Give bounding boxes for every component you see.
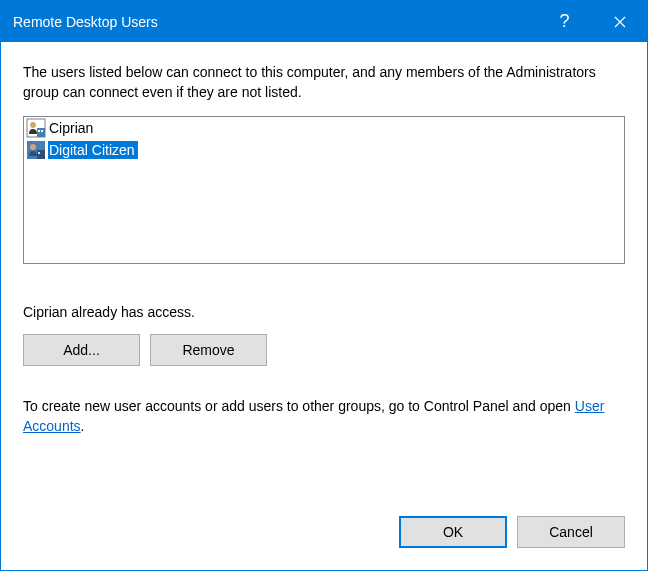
list-item[interactable]: Digital Citizen [24, 139, 624, 161]
users-listbox[interactable]: Ciprian Digital Citizen [23, 116, 625, 264]
access-status-text: Ciprian already has access. [23, 304, 625, 320]
help-icon: ? [559, 11, 569, 32]
user-icon [26, 118, 46, 138]
remove-button[interactable]: Remove [150, 334, 267, 366]
dialog-window: Remote Desktop Users ? The users listed … [0, 0, 648, 571]
user-icon [26, 140, 46, 160]
close-icon [614, 16, 626, 28]
list-item-label: Ciprian [48, 119, 96, 137]
help-button[interactable]: ? [537, 1, 592, 42]
list-item[interactable]: Ciprian [24, 117, 624, 139]
user-buttons-row: Add... Remove [23, 334, 625, 366]
svg-rect-2 [37, 128, 45, 137]
description-text: The users listed below can connect to th… [23, 63, 625, 102]
info-prefix: To create new user accounts or add users… [23, 398, 575, 414]
list-item-label: Digital Citizen [48, 141, 138, 159]
svg-rect-4 [41, 130, 43, 132]
info-suffix: . [81, 418, 85, 434]
titlebar-buttons: ? [537, 1, 647, 42]
cancel-button[interactable]: Cancel [517, 516, 625, 548]
ok-button[interactable]: OK [399, 516, 507, 548]
add-button[interactable]: Add... [23, 334, 140, 366]
svg-rect-7 [37, 150, 45, 159]
titlebar: Remote Desktop Users ? [1, 1, 647, 42]
dialog-content: The users listed below can connect to th… [1, 42, 647, 516]
svg-rect-3 [38, 130, 40, 132]
svg-point-6 [30, 144, 36, 150]
dialog-footer: OK Cancel [1, 516, 647, 570]
info-text: To create new user accounts or add users… [23, 396, 625, 437]
close-button[interactable] [592, 1, 647, 42]
window-title: Remote Desktop Users [13, 14, 537, 30]
svg-point-1 [30, 122, 36, 128]
svg-rect-8 [38, 152, 40, 154]
